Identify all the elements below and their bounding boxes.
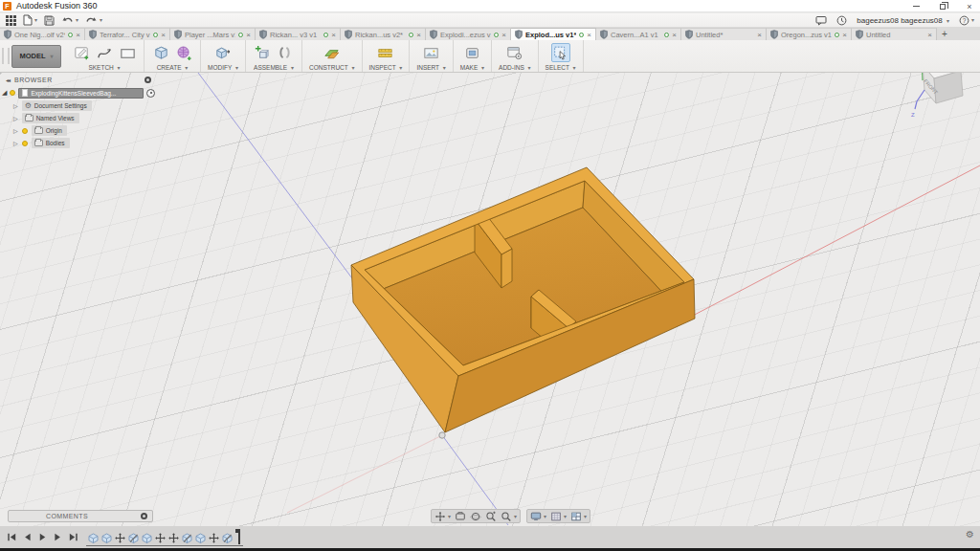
document-tab[interactable]: Oregon...zus v1× [767, 28, 852, 40]
tab-close-icon[interactable]: × [501, 31, 506, 39]
visibility-bulb-icon[interactable] [22, 128, 28, 134]
toolbar-group-label[interactable]: SELECT ▾ [546, 64, 576, 71]
image-tool-icon[interactable] [422, 43, 441, 62]
document-tab[interactable]: Player ...Mars v1× [170, 28, 256, 40]
document-tab[interactable]: Cavern...A1 v1× [596, 28, 681, 40]
tab-close-icon[interactable]: × [672, 31, 677, 39]
toolbar-group-label[interactable]: INSERT ▾ [416, 64, 445, 71]
box-tool-icon[interactable] [151, 43, 170, 62]
toolbar-group-label[interactable]: CREATE ▾ [157, 64, 189, 71]
go-to-start-button[interactable] [7, 532, 17, 542]
print3d-tool-icon[interactable] [462, 43, 481, 62]
redo-icon[interactable]: ▾ [85, 14, 102, 27]
joint-tool-icon[interactable] [276, 43, 295, 62]
clock-icon[interactable] [836, 14, 847, 27]
toolbar-grip[interactable] [2, 48, 10, 64]
timeline-feature-box[interactable] [194, 532, 207, 544]
workspace-selector[interactable]: MODEL▾ [11, 45, 61, 68]
document-tab[interactable]: One Nig...olf v2*× [0, 28, 85, 40]
collapse-panel-icon[interactable]: ◂◂ [6, 77, 10, 83]
maximize-button[interactable] [936, 1, 949, 11]
toolbar-group-label[interactable]: ASSEMBLE ▾ [254, 64, 294, 71]
expand-triangle-icon[interactable]: ▷ [13, 127, 18, 134]
tab-close-icon[interactable]: × [842, 31, 847, 39]
expand-triangle-icon[interactable]: ▷ [13, 102, 18, 109]
document-tab[interactable]: Explodi...ezus v1× [426, 28, 511, 40]
tab-close-icon[interactable]: × [416, 31, 421, 39]
lookat-view-icon[interactable] [485, 511, 497, 522]
step-forward-button[interactable] [53, 532, 63, 542]
new-tab-button[interactable]: + [937, 28, 952, 40]
toolbar-group-label[interactable]: MODIFY ▾ [208, 64, 238, 71]
dropdown-caret-icon[interactable]: ▾ [448, 514, 451, 519]
rectangle-tool-icon[interactable] [118, 43, 137, 62]
viewports-view-icon[interactable]: ▾ [570, 511, 587, 522]
presspull-tool-icon[interactable] [213, 43, 233, 62]
tab-close-icon[interactable]: × [587, 31, 591, 39]
toolbar-group-label[interactable]: MAKE ▾ [460, 64, 484, 71]
go-to-end-button[interactable] [68, 532, 78, 542]
expand-triangle-icon[interactable]: ▷ [13, 140, 18, 146]
browser-item-bodies[interactable]: ▷Bodies [13, 138, 155, 148]
timeline-feature-box[interactable] [100, 532, 113, 544]
model-body[interactable] [351, 167, 695, 432]
toolbar-group-label[interactable]: ADD-INS ▾ [499, 64, 531, 71]
activate-component-radio[interactable] [146, 89, 155, 98]
document-tab-active[interactable]: Explod...us v1*× [511, 28, 596, 40]
timeline-feature-move[interactable] [114, 532, 126, 544]
undo-icon[interactable]: ▾ [61, 14, 78, 27]
tab-close-icon[interactable]: × [757, 31, 762, 39]
timeline-feature-move[interactable] [167, 532, 180, 544]
comment-icon[interactable] [815, 14, 827, 27]
spline-tool-icon[interactable] [95, 43, 114, 62]
file-new-icon[interactable]: ▾ [23, 14, 37, 27]
toolbar-group-label[interactable]: SKETCH ▾ [88, 64, 120, 71]
browser-item-origin[interactable]: ▷Origin [13, 125, 155, 136]
browser-item-named-views[interactable]: ▷Named Views [13, 113, 155, 123]
play-button[interactable] [37, 532, 48, 542]
viewcube[interactable]: TOP FRONT Z [896, 73, 972, 140]
toolbar-group-label[interactable]: INSPECT ▾ [369, 64, 403, 71]
display-view-icon[interactable]: ▾ [530, 511, 546, 522]
visibility-bulb-icon[interactable] [10, 90, 15, 96]
user-account-menu[interactable]: bageezus08 bageezus08 ▾ [857, 16, 949, 25]
comments-bar[interactable]: COMMENTS [8, 510, 153, 522]
apps-grid-icon[interactable] [6, 14, 16, 27]
browser-header[interactable]: ◂◂ BROWSER [2, 75, 155, 85]
document-tab[interactable]: Rickan...us v2*× [341, 28, 426, 40]
expand-triangle-icon[interactable]: ▷ [13, 115, 18, 121]
document-tab[interactable]: Untitled*× [681, 28, 767, 40]
tab-close-icon[interactable]: × [927, 31, 932, 39]
toolbar-group-label[interactable]: CONSTRUCT ▾ [309, 64, 355, 71]
tab-close-icon[interactable]: × [331, 31, 336, 39]
viewport-canvas[interactable]: ◂◂ BROWSER ◢ ExplodingKittensSleevedBag.… [0, 73, 980, 526]
origin-point[interactable] [439, 432, 445, 438]
comments-options-icon[interactable] [141, 513, 147, 519]
timeline-feature-extrude[interactable] [221, 532, 234, 544]
document-tab[interactable]: Terrafor... City v1× [85, 28, 170, 40]
timeline-feature-box[interactable] [141, 532, 153, 544]
expand-triangle-icon[interactable]: ◢ [2, 89, 7, 97]
step-back-button[interactable] [22, 532, 33, 542]
help-icon[interactable]: ? ▾ [959, 14, 974, 27]
browser-root-component[interactable]: ◢ ExplodingKittensSleevedBag... [2, 87, 155, 99]
plane-tool-icon[interactable] [323, 43, 342, 62]
pan-view-icon[interactable]: ▾ [434, 511, 451, 522]
fit-view-icon[interactable] [455, 511, 466, 522]
visibility-bulb-icon[interactable] [22, 141, 28, 146]
dropdown-caret-icon[interactable]: ▾ [564, 514, 567, 519]
timeline-feature-box[interactable] [87, 532, 100, 544]
close-button[interactable]: × [963, 1, 976, 11]
tab-close-icon[interactable]: × [246, 31, 251, 39]
dropdown-caret-icon[interactable]: ▾ [544, 514, 546, 519]
orbit-view-icon[interactable] [470, 511, 481, 522]
browser-item-document-settings[interactable]: ▷⚙Document Settings [13, 100, 155, 111]
timeline-position-marker[interactable] [235, 529, 242, 544]
scripts-tool-icon[interactable] [505, 43, 524, 62]
viewcube-right-face[interactable] [934, 73, 963, 103]
tab-close-icon[interactable]: × [76, 31, 80, 39]
timeline-feature-extrude[interactable] [181, 532, 193, 544]
tab-close-icon[interactable]: × [161, 31, 166, 39]
select-tool-icon[interactable] [551, 43, 570, 62]
timeline-settings-gear-icon[interactable]: ⚙ [966, 529, 974, 540]
